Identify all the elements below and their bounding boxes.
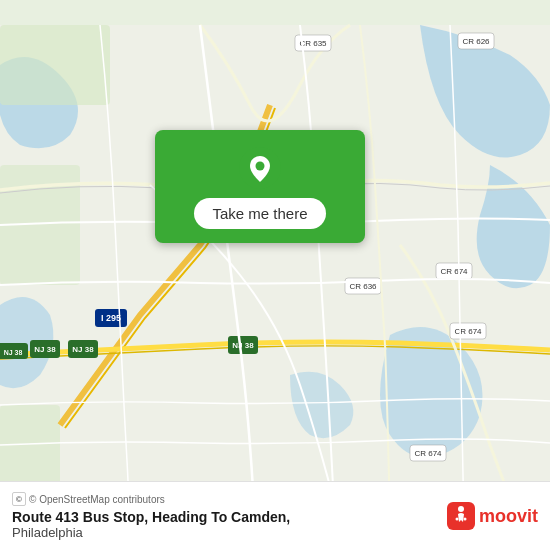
osm-credit: © © OpenStreetMap contributors bbox=[12, 492, 290, 506]
route-subtitle: Philadelphia bbox=[12, 525, 290, 540]
map-container: I 295 NJ 38 NJ 38 NJ 38 CR 636 CR 635 CR… bbox=[0, 0, 550, 550]
svg-text:NJ 38: NJ 38 bbox=[72, 345, 94, 354]
svg-point-27 bbox=[256, 162, 265, 171]
moovit-label: moovit bbox=[479, 506, 538, 526]
route-line1: Route 413 Bus Stop, Heading To Camden, bbox=[12, 509, 290, 525]
take-me-there-overlay[interactable]: Take me there bbox=[155, 130, 365, 243]
moovit-text: moovit bbox=[479, 506, 538, 527]
bottom-bar: © © OpenStreetMap contributors Route 413… bbox=[0, 481, 550, 550]
map-svg: I 295 NJ 38 NJ 38 NJ 38 CR 636 CR 635 CR… bbox=[0, 0, 550, 550]
svg-text:NJ 38: NJ 38 bbox=[232, 341, 254, 350]
svg-point-31 bbox=[463, 518, 466, 521]
svg-text:CR 674: CR 674 bbox=[440, 267, 468, 276]
svg-text:CR 626: CR 626 bbox=[462, 37, 490, 46]
location-pin-icon bbox=[238, 146, 282, 190]
osm-icon: © bbox=[12, 492, 26, 506]
svg-text:NJ 38: NJ 38 bbox=[4, 349, 23, 356]
route-title: Route 413 Bus Stop, Heading To Camden, bbox=[12, 509, 290, 525]
svg-text:CR 674: CR 674 bbox=[414, 449, 442, 458]
svg-text:CR 636: CR 636 bbox=[349, 282, 377, 291]
svg-rect-1 bbox=[0, 25, 110, 105]
svg-point-30 bbox=[455, 518, 458, 521]
take-me-there-button[interactable]: Take me there bbox=[194, 198, 325, 229]
osm-text: © OpenStreetMap contributors bbox=[29, 494, 165, 505]
svg-text:NJ 38: NJ 38 bbox=[34, 345, 56, 354]
svg-text:I 295: I 295 bbox=[101, 313, 121, 323]
bottom-left-info: © © OpenStreetMap contributors Route 413… bbox=[12, 492, 290, 540]
moovit-logo: moovit bbox=[447, 502, 538, 530]
moovit-brand-icon bbox=[447, 502, 475, 530]
route-line2: Philadelphia bbox=[12, 525, 83, 540]
svg-text:CR 674: CR 674 bbox=[454, 327, 482, 336]
svg-point-29 bbox=[458, 506, 464, 512]
